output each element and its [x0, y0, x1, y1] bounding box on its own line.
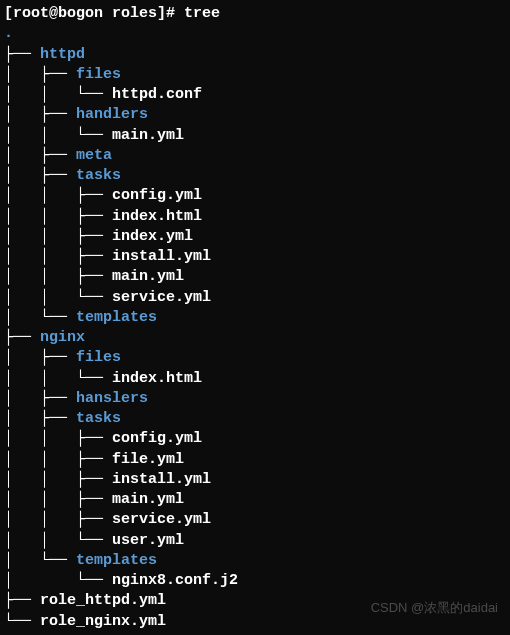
tree-line: │ │ ├── index.html [4, 207, 506, 227]
file-name: file.yml [112, 451, 184, 468]
tree-pipe: └── [4, 613, 40, 630]
tree-pipe: │ │ └── [4, 127, 112, 144]
tree-line: │ │ ├── config.yml [4, 186, 506, 206]
tree-pipe: ├── [4, 329, 40, 346]
tree-line: │ │ ├── config.yml [4, 429, 506, 449]
tree-pipe: │ │ ├── [4, 187, 112, 204]
tree-line: │ │ └── index.html [4, 369, 506, 389]
tree-line: │ │ └── service.yml [4, 288, 506, 308]
tree-pipe: │ │ └── [4, 370, 112, 387]
directory-name: files [76, 349, 121, 366]
directory-name: nginx [40, 329, 85, 346]
tree-output: ├── httpd│ ├── files│ │ └── httpd.conf│ … [4, 45, 506, 632]
file-name: main.yml [112, 127, 184, 144]
tree-line: │ ├── meta [4, 146, 506, 166]
file-name: index.html [112, 208, 202, 225]
tree-line: │ ├── files [4, 348, 506, 368]
tree-line: │ ├── hanslers [4, 389, 506, 409]
tree-line: │ │ └── user.yml [4, 531, 506, 551]
watermark: CSDN @浓黑的daidai [371, 599, 498, 617]
tree-line: │ │ └── httpd.conf [4, 85, 506, 105]
tree-pipe: │ │ ├── [4, 268, 112, 285]
file-name: nginx8.conf.j2 [112, 572, 238, 589]
tree-line: │ ├── tasks [4, 409, 506, 429]
file-name: config.yml [112, 187, 202, 204]
directory-name: templates [76, 552, 157, 569]
file-name: main.yml [112, 268, 184, 285]
directory-name: httpd [40, 46, 85, 63]
tree-line: │ └── nginx8.conf.j2 [4, 571, 506, 591]
file-name: config.yml [112, 430, 202, 447]
tree-line: │ │ ├── service.yml [4, 510, 506, 530]
directory-name: handlers [76, 106, 148, 123]
file-name: role_httpd.yml [40, 592, 166, 609]
tree-pipe: │ ├── [4, 410, 76, 427]
tree-line: │ │ ├── main.yml [4, 490, 506, 510]
directory-name: tasks [76, 167, 121, 184]
tree-pipe: │ │ ├── [4, 491, 112, 508]
tree-pipe: │ ├── [4, 167, 76, 184]
directory-name: files [76, 66, 121, 83]
tree-pipe: │ ├── [4, 66, 76, 83]
file-name: index.html [112, 370, 202, 387]
file-name: install.yml [112, 248, 211, 265]
tree-line: │ │ ├── main.yml [4, 267, 506, 287]
tree-pipe: │ ├── [4, 390, 76, 407]
file-name: install.yml [112, 471, 211, 488]
tree-pipe: │ └── [4, 552, 76, 569]
tree-line: │ │ ├── install.yml [4, 247, 506, 267]
tree-pipe: │ └── [4, 309, 76, 326]
file-name: service.yml [112, 289, 211, 306]
tree-pipe: │ │ ├── [4, 511, 112, 528]
terminal-prompt[interactable]: [root@bogon roles]# tree [4, 4, 506, 24]
tree-pipe: │ │ └── [4, 86, 112, 103]
tree-pipe: ├── [4, 46, 40, 63]
tree-pipe: │ │ ├── [4, 471, 112, 488]
directory-name: meta [76, 147, 112, 164]
directory-name: tasks [76, 410, 121, 427]
file-name: main.yml [112, 491, 184, 508]
tree-pipe: │ │ ├── [4, 451, 112, 468]
tree-line: │ │ └── main.yml [4, 126, 506, 146]
tree-line: │ │ ├── index.yml [4, 227, 506, 247]
tree-root-dot: . [4, 24, 506, 44]
file-name: index.yml [112, 228, 193, 245]
tree-line: │ ├── handlers [4, 105, 506, 125]
tree-line: │ ├── files [4, 65, 506, 85]
tree-line: │ └── templates [4, 551, 506, 571]
tree-pipe: │ ├── [4, 147, 76, 164]
tree-line: ├── nginx [4, 328, 506, 348]
tree-pipe: │ │ ├── [4, 248, 112, 265]
tree-line: │ └── templates [4, 308, 506, 328]
tree-line: │ │ ├── file.yml [4, 450, 506, 470]
file-name: role_nginx.yml [40, 613, 166, 630]
tree-line: │ │ ├── install.yml [4, 470, 506, 490]
tree-pipe: │ │ └── [4, 289, 112, 306]
tree-pipe: │ │ ├── [4, 228, 112, 245]
directory-name: hanslers [76, 390, 148, 407]
tree-pipe: │ │ ├── [4, 430, 112, 447]
directory-name: templates [76, 309, 157, 326]
file-name: service.yml [112, 511, 211, 528]
tree-line: │ ├── tasks [4, 166, 506, 186]
file-name: httpd.conf [112, 86, 202, 103]
tree-pipe: ├── [4, 592, 40, 609]
tree-pipe: │ ├── [4, 106, 76, 123]
tree-pipe: │ └── [4, 572, 112, 589]
tree-pipe: │ │ ├── [4, 208, 112, 225]
tree-pipe: │ │ └── [4, 532, 112, 549]
tree-pipe: │ ├── [4, 349, 76, 366]
file-name: user.yml [112, 532, 184, 549]
prompt-text: [root@bogon roles]# [4, 5, 184, 22]
command-text: tree [184, 5, 220, 22]
tree-line: ├── httpd [4, 45, 506, 65]
